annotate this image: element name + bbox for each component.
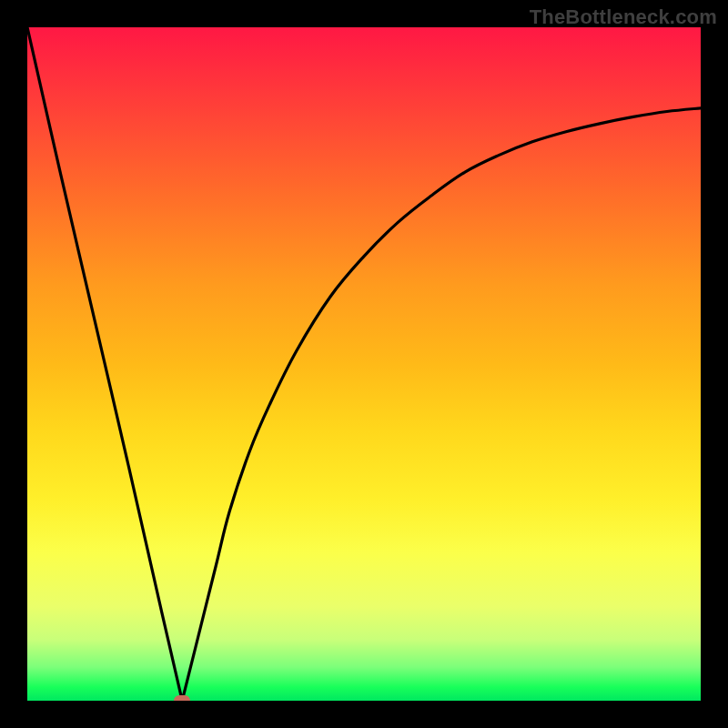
plot-area — [27, 27, 701, 701]
bottleneck-curve — [27, 27, 701, 701]
optimal-point-marker — [174, 695, 190, 701]
chart-frame: TheBottleneck.com — [0, 0, 728, 728]
watermark-text: TheBottleneck.com — [530, 5, 717, 29]
